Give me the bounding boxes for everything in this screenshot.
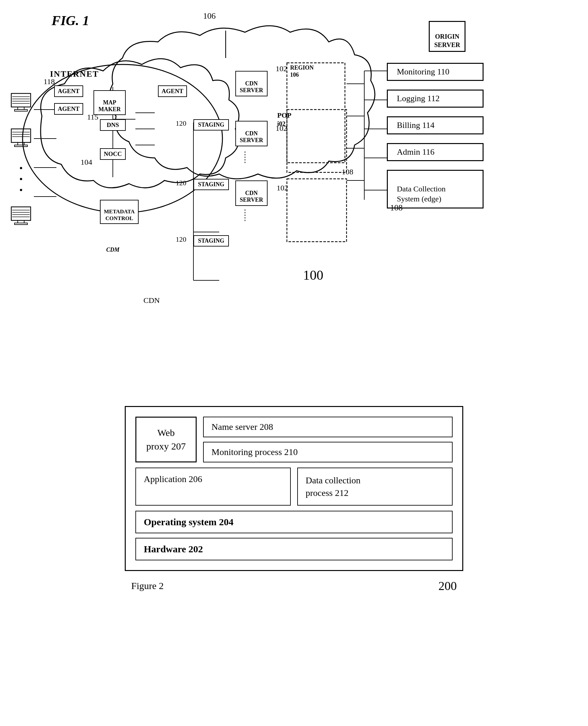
data-collection-process-box: Data collection process 212 — [297, 468, 453, 506]
staging1-box: STAGING — [193, 119, 229, 130]
computer-icon-1 — [10, 92, 39, 118]
internet-label: INTERNET — [50, 69, 99, 79]
num-118: 118 — [43, 77, 55, 86]
svg-rect-47 — [15, 223, 27, 225]
agent2-box: AGENT — [54, 103, 83, 115]
billing-box: Billing 114 — [387, 116, 484, 134]
svg-rect-45 — [11, 207, 30, 220]
fig2-caption-label: Figure 2 — [131, 580, 164, 591]
region-label: REGION106 — [290, 64, 314, 78]
svg-rect-32 — [11, 93, 30, 107]
num-102-3: 102 — [277, 184, 288, 192]
svg-rect-12 — [287, 110, 346, 172]
fig2-top-row: Web proxy 207 Name server 208 Monitoring… — [135, 417, 453, 463]
computer-icon-2 — [10, 127, 39, 153]
svg-text:CDN: CDN — [144, 296, 160, 304]
fig2-middle-row: Application 206 Data collection process … — [135, 468, 453, 506]
cdm-box: CDM — [100, 245, 126, 255]
svg-point-1 — [23, 64, 223, 213]
num-120-1: 120 — [176, 119, 186, 128]
num-120-2: 120 — [176, 179, 186, 187]
name-monitoring-col: Name server 208 Monitoring process 210 — [203, 417, 453, 463]
agent1-box: AGENT — [54, 85, 83, 97]
origin-server-num: 106 — [203, 11, 216, 21]
staging2-box: STAGING — [193, 179, 229, 190]
svg-rect-41 — [15, 145, 27, 147]
hardware-box: Hardware 202 — [135, 538, 453, 560]
num-108-right: 108 — [390, 203, 403, 213]
pop-label: POPi02 — [277, 111, 291, 128]
monitoring-process-box: Monitoring process 210 — [203, 442, 453, 463]
figure-2-area: Web proxy 207 Name server 208 Monitoring… — [0, 406, 588, 593]
num-104: 104 — [81, 158, 92, 167]
svg-rect-13 — [287, 179, 346, 242]
fig2-number: 200 — [438, 579, 457, 593]
computers-area: ••• — [10, 92, 39, 231]
cdn-server1-box: CDN SERVER — [235, 71, 268, 97]
web-proxy-box: Web proxy 207 — [135, 417, 197, 463]
figure-1-area: FIG. 1 ORIGIN SERVER 106 — [0, 0, 588, 387]
computer-icon-3 — [10, 205, 39, 231]
num-108: 108 — [342, 168, 353, 176]
application-box: Application 206 — [135, 468, 291, 506]
nocc-box: NOCC — [100, 148, 126, 160]
logging-box: Logging 112 — [387, 90, 484, 108]
fig2-diagram: Web proxy 207 Name server 208 Monitoring… — [125, 406, 463, 571]
map-maker-box: MAP MAKER — [93, 90, 126, 115]
metadata-control-box: METADATA CONTROL — [100, 200, 139, 224]
num-102-1: 102 — [276, 64, 287, 73]
num-115: 115 — [87, 113, 98, 122]
num-120-3: 120 — [176, 235, 186, 243]
staging3-box: STAGING — [193, 235, 229, 247]
data-collection-box: Data Collection System (edge) — [387, 170, 484, 209]
admin-box: Admin 116 — [387, 143, 484, 161]
fig1-svg: CDN — [0, 0, 588, 387]
fig2-caption-area: Figure 2 200 — [125, 579, 463, 593]
fig1-label: FIG. 1 — [51, 13, 89, 28]
svg-rect-34 — [15, 110, 27, 111]
dns-box: DNS — [100, 119, 126, 131]
cdn-server2-box: CDN SERVER — [235, 121, 268, 146]
cdn-server3-box: CDN SERVER — [235, 180, 268, 206]
name-server-box: Name server 208 — [203, 417, 453, 437]
num-100: 100 — [303, 268, 323, 283]
monitoring-box: Monitoring 110 — [387, 63, 484, 81]
svg-rect-39 — [11, 129, 30, 143]
origin-server-box: ORIGIN SERVER — [429, 21, 465, 52]
operating-system-box: Operating system 204 — [135, 511, 453, 533]
agent3-box: AGENT — [158, 85, 187, 97]
